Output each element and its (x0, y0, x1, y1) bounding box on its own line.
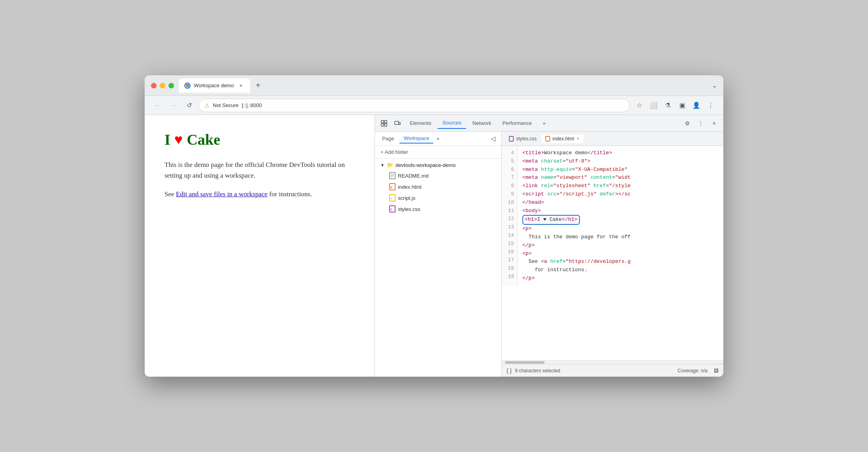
devtools-tab-sources[interactable]: Sources (438, 117, 466, 129)
sources-more-tabs-button[interactable]: » (435, 134, 441, 143)
svg-text:C: C (390, 208, 392, 211)
title-bar-actions: ⌄ (712, 82, 717, 89)
devtools-settings-button[interactable]: ⚙ (681, 117, 693, 129)
readme-file-icon (389, 172, 396, 179)
code-line-8: <link rel="stylesheet" href="/style (522, 182, 719, 190)
code-line-4: <title>Workspace demo</title> (522, 149, 719, 157)
minimize-traffic-light[interactable] (160, 83, 165, 88)
devtools-status-bar: { } 9 characters selected Coverage: n/a … (502, 364, 723, 377)
status-left: { } 9 characters selected (507, 368, 560, 374)
more-menu-button[interactable]: ⋮ (704, 99, 717, 112)
index-tab-icon (545, 136, 550, 142)
styles-filename: styles.css (398, 206, 420, 212)
code-line-13: <p> (522, 225, 719, 233)
devtools-tab-performance[interactable]: Performance (498, 118, 537, 128)
devtools-more-menu-button[interactable]: ⋮ (695, 117, 707, 129)
format-icon[interactable]: { } (507, 368, 512, 374)
readme-filename: README.md (398, 173, 428, 179)
devtools-close-button[interactable]: × (708, 117, 720, 129)
tab-close-button[interactable]: × (237, 82, 245, 89)
browser-tab-active[interactable]: Workspace demo × (179, 79, 250, 93)
folder-icon: 📁 (387, 162, 393, 168)
extension-button[interactable]: ⬜ (647, 99, 660, 112)
devtools-tab-elements[interactable]: Elements (405, 118, 436, 128)
line-numbers: 4 5 6 7 8 9 10 11 12 13 14 (502, 146, 518, 286)
code-line-17: See <a href="https://developers.g (522, 258, 719, 266)
code-horizontal-scrollbar[interactable] (502, 360, 723, 364)
sidebar-button[interactable]: ▣ (676, 99, 688, 112)
back-button[interactable]: ← (151, 99, 164, 112)
file-item-index[interactable]: H index.html (375, 181, 501, 192)
devtools-tab-network[interactable]: Network (468, 118, 496, 128)
paragraph2-before: See (164, 190, 176, 198)
index-tab-close-button[interactable]: × (577, 136, 579, 142)
tab-title: Workspace demo (194, 82, 234, 88)
browser-window: Workspace demo × + ⌄ ← → ↺ ⚠ Not Secure … (145, 75, 723, 377)
profile-button[interactable]: 👤 (690, 99, 703, 112)
index-tab-label: index.html (553, 136, 574, 142)
code-text-area: <title>Workspace demo</title> <meta char… (518, 146, 723, 286)
svg-text:H: H (390, 186, 392, 189)
code-content[interactable]: 4 5 6 7 8 9 10 11 12 13 14 (502, 146, 723, 360)
svg-rect-2 (384, 121, 387, 123)
styles-tab-icon (509, 136, 514, 142)
file-tree: Page Workspace » ◁ + Add folder ▼ (375, 132, 502, 377)
file-item-readme[interactable]: README.md (375, 170, 501, 181)
tab-favicon (184, 82, 191, 89)
nav-actions: ☆ ⬜ ⚗ ▣ 👤 ⋮ (633, 99, 717, 112)
sources-page-tab[interactable]: Page (378, 134, 398, 143)
sources-workspace-tab[interactable]: Workspace (400, 134, 433, 144)
chevron-down-icon[interactable]: ⌄ (712, 82, 717, 89)
close-traffic-light[interactable] (151, 83, 157, 88)
maximize-traffic-light[interactable] (168, 83, 174, 88)
security-warning-icon: ⚠ (205, 102, 210, 109)
reload-button[interactable]: ↺ (183, 99, 195, 112)
code-line-18: for instructions. (522, 266, 719, 274)
folder-tree: ▼ 📁 devtools-workspace-demo README.md (375, 159, 501, 377)
traffic-lights (151, 83, 174, 88)
code-line-9: <script src="/script.js" defer></sc (522, 190, 719, 199)
coverage-status: Coverage: n/a (678, 368, 707, 373)
code-line-15: </p> (522, 241, 719, 250)
page-paragraph1: This is the demo page for the official C… (164, 159, 355, 181)
file-item-styles[interactable]: C styles.css (375, 203, 501, 215)
scrollbar-thumb[interactable] (505, 361, 545, 364)
bookmark-button[interactable]: ☆ (633, 99, 646, 112)
svg-rect-4 (384, 124, 387, 126)
folder-collapse-icon: ▼ (380, 163, 384, 167)
sources-tab-icons: ◁ (488, 134, 498, 144)
heading-i: I (164, 131, 170, 148)
new-tab-button[interactable]: + (252, 79, 264, 92)
file-item-script[interactable]: J script.js (375, 192, 501, 203)
paragraph2-after: for instructions. (268, 190, 312, 198)
svg-rect-17 (509, 136, 513, 141)
code-line-6: <meta http-equiv="X-UA-Compatible" (522, 166, 719, 174)
experiment-button[interactable]: ⚗ (662, 99, 674, 112)
svg-text:J: J (390, 197, 392, 200)
hide-panel-button[interactable]: ◁ (488, 134, 498, 144)
main-area: I ♥ Cake This is the demo page for the o… (145, 115, 723, 377)
address-bar[interactable]: ⚠ Not Secure [::].:8000 (199, 99, 630, 112)
folder-name: devtools-workspace-demo (396, 162, 456, 168)
code-lines: 4 5 6 7 8 9 10 11 12 13 14 (502, 146, 723, 286)
workspace-link[interactable]: Edit and save files in a workspace (176, 190, 268, 198)
screenshot-icon[interactable]: 🖼 (714, 368, 719, 373)
styles-tab-label: styles.css (516, 136, 537, 142)
code-line-10: </head> (522, 199, 719, 207)
code-tab-index[interactable]: index.html × (541, 134, 583, 143)
js-file-icon: J (389, 194, 396, 201)
address-not-secure: Not Secure (213, 102, 239, 108)
add-folder-button[interactable]: + Add folder (375, 146, 501, 159)
code-line-11: <body> (522, 207, 719, 215)
chars-selected-status: 9 characters selected (515, 368, 560, 373)
forward-button[interactable]: → (167, 99, 180, 112)
index-filename: index.html (398, 184, 421, 190)
devtools-more-tabs-button[interactable]: » (538, 117, 550, 129)
code-tab-styles[interactable]: styles.css (505, 134, 541, 143)
code-line-19: </p> (522, 274, 719, 283)
inspector-icon-button[interactable] (378, 117, 390, 129)
responsive-icon-button[interactable] (392, 117, 403, 129)
heading-cake: Cake (187, 131, 220, 148)
folder-root-item[interactable]: ▼ 📁 devtools-workspace-demo (375, 160, 501, 170)
status-right: Coverage: n/a 🖼 (678, 368, 719, 373)
